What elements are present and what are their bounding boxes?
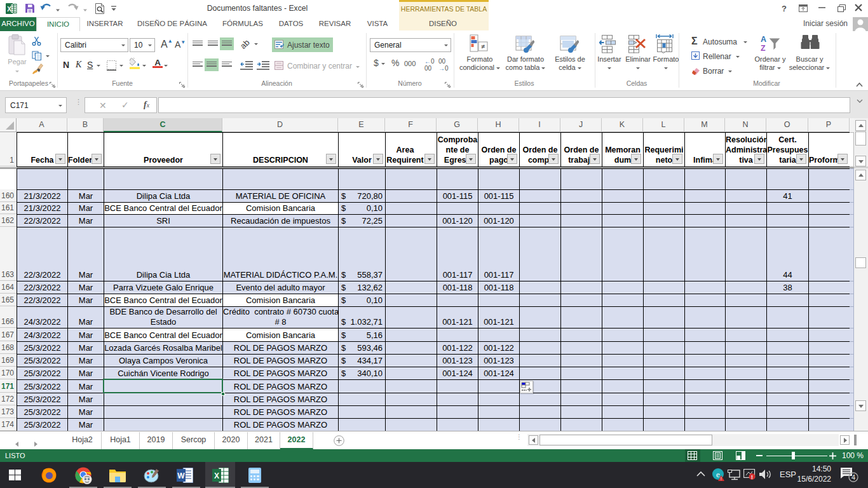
svg-text:W: W (177, 471, 185, 480)
svg-text:e: e (716, 470, 720, 479)
svg-text:X: X (214, 471, 219, 480)
svg-text:Z: Z (761, 44, 766, 53)
svg-text:!: ! (751, 474, 753, 480)
svg-text:≠: ≠ (481, 43, 485, 50)
svg-text:4: 4 (851, 473, 855, 481)
svg-text:!: ! (721, 477, 722, 481)
svg-text:A: A (761, 35, 766, 44)
svg-text:X: X (7, 6, 11, 13)
